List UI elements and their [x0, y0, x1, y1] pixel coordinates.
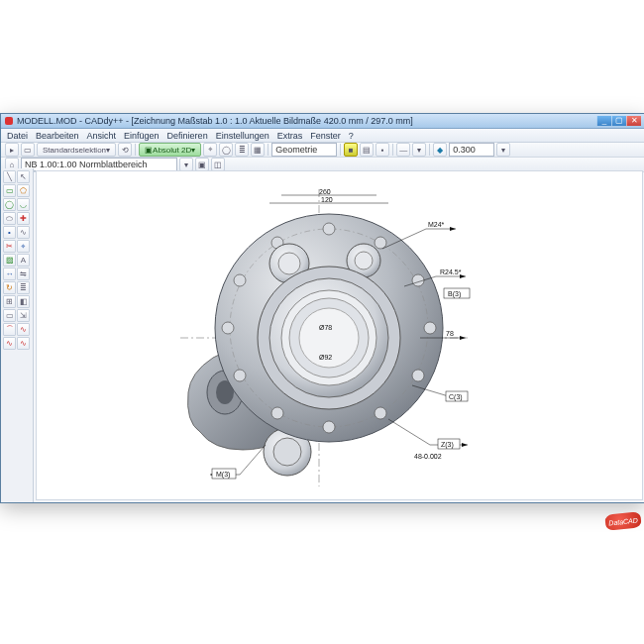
menu-item[interactable]: Datei	[7, 131, 28, 141]
svg-point-8	[323, 223, 335, 235]
layer-icon[interactable]: ≣	[17, 281, 30, 294]
callout: R24.5*	[440, 268, 462, 275]
drawing-canvas[interactable]: M24* R24.5* B(3) 78 C(3) Z(3) 48-0.002 M…	[36, 170, 643, 500]
svg-point-5	[273, 438, 301, 466]
dim-label: 120	[321, 196, 333, 203]
block-icon[interactable]: ◧	[17, 295, 30, 308]
tool-palette: ╲ ↖ ▭ ⬠ ◯ ◡ ⬭ ✚ • ∿ ✂ ⌖ ▨ A ↔ ⇋ ↻ ≣ ⊞ ◧ …	[1, 168, 34, 502]
svg-point-12	[412, 370, 424, 381]
menu-item[interactable]: ?	[349, 131, 354, 141]
menubar: Datei Bearbeiten Ansicht Einfügen Defini…	[1, 129, 644, 143]
rotate-icon[interactable]: ↻	[3, 281, 16, 294]
layer-icon[interactable]: ◆	[433, 143, 447, 157]
watermark-text: DataCAD	[608, 516, 638, 526]
minimize-button[interactable]: _	[596, 116, 611, 126]
svg-marker-33	[460, 336, 466, 340]
callout: M24*	[428, 221, 445, 228]
dropdown-icon[interactable]: ▾	[412, 143, 426, 157]
tool-button[interactable]: ⟲	[118, 143, 132, 157]
svg-point-16	[234, 370, 246, 381]
dim-icon[interactable]: ↔	[3, 268, 16, 280]
tool-button[interactable]: —	[396, 143, 410, 157]
tool-button[interactable]: ▸	[5, 143, 19, 157]
draw-circle-icon[interactable]: ◯	[3, 198, 16, 211]
menu-item[interactable]: Einfügen	[124, 131, 160, 141]
mirror-icon[interactable]: ⇋	[17, 268, 30, 280]
dim-label: Ø92	[319, 354, 332, 361]
menu-item[interactable]: Fenster	[310, 131, 341, 141]
maximize-button[interactable]: ▢	[611, 116, 626, 126]
export-icon[interactable]: ⇲	[17, 309, 30, 322]
draw-line-icon[interactable]: ╲	[3, 170, 16, 183]
tool-button[interactable]: ≣	[235, 143, 249, 157]
menu-item[interactable]: Extras	[277, 131, 303, 141]
curve1-icon[interactable]: ⌒	[3, 323, 16, 336]
draw-rect-icon[interactable]: ▭	[3, 184, 16, 197]
menu-item[interactable]: Ansicht	[87, 131, 117, 141]
view-icon[interactable]: ▭	[3, 309, 16, 322]
draw-poly-icon[interactable]: ⬠	[17, 184, 30, 197]
element-type-label: Geometrie	[275, 145, 317, 155]
coord-mode-button[interactable]: ▣ Absolut 2D ▾	[139, 143, 201, 157]
svg-point-10	[412, 274, 424, 286]
coord-mode-label: Absolut 2D	[153, 146, 191, 155]
curve3-icon[interactable]: ∿	[3, 337, 16, 350]
window-title: MODELL.MOD - CADdy++ - [Zeichnung Maßsta…	[17, 116, 413, 126]
app-window: MODELL.MOD - CADdy++ - [Zeichnung Maßsta…	[0, 113, 644, 503]
svg-marker-31	[450, 227, 456, 231]
trim-icon[interactable]: ✂	[3, 240, 16, 253]
point-icon[interactable]: •	[3, 226, 16, 239]
tool-button[interactable]: ▪	[376, 143, 389, 157]
svg-point-23	[355, 252, 373, 269]
curve4-icon[interactable]: ∿	[17, 337, 30, 350]
window-controls: _ ▢ ✕	[596, 116, 641, 126]
linewidth-field[interactable]: 0.300	[449, 143, 494, 157]
selection-mode-combo[interactable]: Standardselektion ▾	[37, 143, 116, 157]
menu-item[interactable]: Einstellungen	[216, 131, 269, 141]
callout: M(3)	[216, 471, 230, 479]
text-icon[interactable]: A	[17, 254, 30, 267]
dim-label: Ø78	[319, 324, 332, 331]
curve2-icon[interactable]: ∿	[17, 323, 30, 336]
draw-arc-icon[interactable]: ◡	[17, 198, 30, 211]
snap-icon[interactable]: ⌖	[17, 240, 30, 253]
dropdown-icon[interactable]: ▾	[496, 143, 510, 157]
svg-point-15	[271, 407, 283, 419]
tool-button[interactable]: ▦	[251, 143, 265, 157]
marker-icon[interactable]: ✚	[17, 212, 30, 225]
element-type-combo[interactable]: Geometrie	[271, 143, 337, 157]
svg-point-21	[278, 253, 300, 274]
tool-button[interactable]: ▤	[360, 143, 374, 157]
menu-item[interactable]: Definieren	[167, 131, 208, 141]
callout: 48-0.002	[414, 453, 442, 460]
toolbar-main: ▸ ▭ Standardselektion ▾ ⟲ ▣ Absolut 2D ▾…	[1, 143, 644, 158]
selection-mode-label: Standardselektion	[43, 146, 106, 155]
svg-point-11	[424, 322, 436, 334]
logo-watermark: DataCAD	[604, 511, 641, 531]
svg-point-18	[234, 274, 246, 286]
tool-button[interactable]: ◯	[219, 143, 233, 157]
close-button[interactable]: ✕	[626, 116, 641, 126]
linewidth-value: 0.300	[453, 145, 476, 155]
color-button[interactable]: ■	[344, 143, 358, 157]
svg-marker-35	[462, 443, 468, 447]
callout: 78	[446, 330, 454, 337]
svg-point-17	[222, 322, 234, 334]
callout: C(3)	[449, 393, 463, 401]
workspace: ╲ ↖ ▭ ⬠ ◯ ◡ ⬭ ✚ • ∿ ✂ ⌖ ▨ A ↔ ⇋ ↻ ≣ ⊞ ◧ …	[1, 168, 644, 502]
dim-label: 260	[319, 189, 331, 195]
select-icon[interactable]: ↖	[17, 170, 30, 183]
hatch-icon[interactable]: ▨	[3, 254, 16, 267]
callout: B(3)	[448, 290, 461, 298]
menu-item[interactable]: Bearbeiten	[36, 131, 79, 141]
tool-button[interactable]: ⌖	[203, 143, 217, 157]
spline-icon[interactable]: ∿	[17, 226, 30, 239]
tool-button[interactable]: ▭	[21, 143, 35, 157]
app-icon	[5, 117, 13, 125]
callout: Z(3)	[441, 441, 454, 449]
svg-point-13	[375, 407, 386, 419]
svg-point-14	[323, 421, 335, 433]
grid-icon[interactable]: ⊞	[3, 295, 16, 308]
ellipse-icon[interactable]: ⬭	[3, 212, 16, 225]
titlebar[interactable]: MODELL.MOD - CADdy++ - [Zeichnung Maßsta…	[1, 114, 644, 129]
